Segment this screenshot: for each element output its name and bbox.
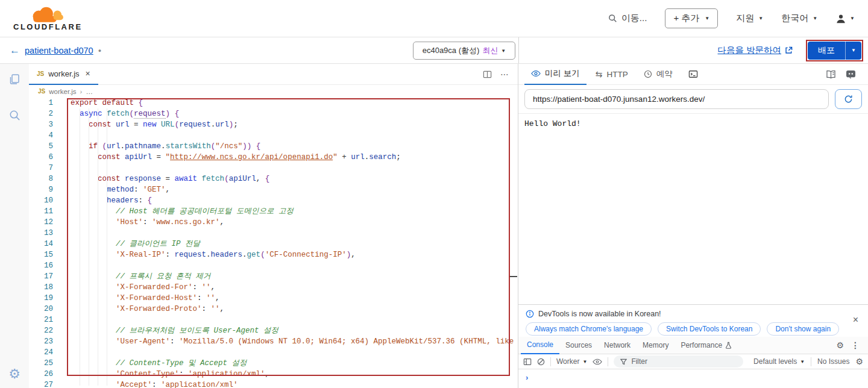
- support-menu[interactable]: 지원 ▼: [736, 13, 763, 24]
- clear-console-icon[interactable]: [537, 358, 545, 366]
- devtools-settings-icon[interactable]: ⚙: [836, 340, 844, 350]
- log-levels-selector[interactable]: Default levels ▼: [753, 357, 805, 366]
- line-number: 7: [29, 163, 63, 174]
- code-line[interactable]: 11 // Host 헤더를 공공데이터포털 도메인으로 고정: [29, 206, 518, 217]
- docs-book-icon[interactable]: [826, 70, 836, 79]
- close-icon[interactable]: ×: [853, 314, 858, 325]
- code-line[interactable]: 10 headers: {: [29, 195, 518, 206]
- tab-filename: worker.js: [48, 69, 79, 78]
- tab-preview[interactable]: 미리 보기: [524, 64, 587, 85]
- console-filter-input[interactable]: Filter: [614, 355, 743, 368]
- search-files-icon[interactable]: [8, 108, 22, 122]
- split-editor-icon[interactable]: [483, 70, 492, 79]
- code-line[interactable]: 1export default {: [29, 98, 518, 108]
- code-line[interactable]: 7: [29, 163, 518, 174]
- close-tab-icon[interactable]: ×: [86, 69, 90, 78]
- info-icon: [526, 310, 534, 318]
- code-line[interactable]: 14 // 클라이언트 IP 전달: [29, 239, 518, 249]
- tab-console[interactable]: Console: [521, 337, 559, 354]
- code-line[interactable]: 21: [29, 314, 518, 325]
- preview-url-row: [518, 85, 868, 114]
- back-arrow-icon[interactable]: ←: [10, 45, 20, 57]
- tab-network[interactable]: Network: [598, 337, 637, 354]
- line-text: [63, 163, 71, 174]
- add-button[interactable]: + 추가 ▼: [665, 8, 718, 28]
- line-number: 17: [29, 271, 63, 282]
- settings-gear-icon[interactable]: ⚙: [8, 366, 20, 382]
- code-line[interactable]: 2 async fetch(request) {: [29, 108, 518, 119]
- discord-chat-icon[interactable]: [846, 70, 856, 79]
- code-line[interactable]: 4: [29, 130, 518, 141]
- cloudflare-logo[interactable]: CLOUDFLARE: [13, 6, 83, 31]
- code-line[interactable]: 17 // 프록시 요청 흔적 제거: [29, 271, 518, 282]
- code-line[interactable]: 16: [29, 260, 518, 271]
- code-line[interactable]: 9 method: 'GET',: [29, 184, 518, 195]
- explorer-files-icon[interactable]: [7, 72, 22, 87]
- code-line[interactable]: 8 const response = await fetch(apiUrl, {: [29, 174, 518, 184]
- dont-show-again-button[interactable]: Don't show again: [767, 322, 839, 336]
- line-number: 12: [29, 217, 63, 228]
- code-line[interactable]: 15 'X-Real-IP': request.headers.get('CF-…: [29, 249, 518, 260]
- live-expression-eye-icon[interactable]: [593, 358, 602, 365]
- line-number: 16: [29, 260, 63, 271]
- annotation-deploy-highlight: 배포 ▼: [806, 40, 863, 61]
- toggle-sidebar-icon[interactable]: [523, 358, 532, 366]
- tab-performance-label: Performance: [681, 341, 722, 349]
- cloudflare-cloud-icon: [25, 6, 70, 24]
- code-line[interactable]: 27 'Accept': 'application/xml': [29, 380, 518, 388]
- context-selector[interactable]: Worker ▼: [556, 357, 587, 366]
- visit-link[interactable]: 다음을 방문하여: [718, 45, 793, 56]
- code-line[interactable]: 24: [29, 347, 518, 358]
- deploy-dropdown-caret[interactable]: ▼: [845, 42, 861, 60]
- code-line[interactable]: 6 const apiUrl = "http://www.ncs.go.kr/a…: [29, 152, 518, 163]
- editor-scrollbar-handle[interactable]: [509, 276, 517, 277]
- indent-guide: [107, 108, 107, 386]
- line-text: headers: {: [63, 195, 152, 206]
- code-line[interactable]: 5 if (url.pathname.startsWith("/ncs")) {: [29, 141, 518, 152]
- code-line[interactable]: 22 // 브라우저처럼 보이도록 User-Agent 설정: [29, 325, 518, 336]
- line-number: 10: [29, 195, 63, 206]
- tab-worker-js[interactable]: JS worker.js ×: [29, 64, 98, 85]
- switch-korean-button[interactable]: Switch DevTools to Korean: [658, 322, 761, 336]
- code-lines: 1export default {2 async fetch(request) …: [29, 98, 518, 388]
- line-number: 11: [29, 206, 63, 217]
- code-line[interactable]: 19 'X-Forwarded-Host': '',: [29, 293, 518, 304]
- version-latest-label: 최신: [482, 45, 498, 56]
- line-number: 3: [29, 119, 63, 130]
- project-name-link[interactable]: patient-boat-d070: [25, 46, 93, 55]
- match-language-button[interactable]: Always match Chrome's language: [526, 322, 652, 336]
- code-line[interactable]: 20 'X-Forwarded-Proto': '',: [29, 304, 518, 314]
- tab-sources[interactable]: Sources: [559, 337, 598, 354]
- global-search[interactable]: 이동...: [608, 13, 647, 24]
- version-dropdown[interactable]: ec40a9ca (활성) 최신 ▼: [413, 42, 515, 60]
- line-number: 21: [29, 314, 63, 325]
- code-line[interactable]: 18 'X-Forwarded-For': '',: [29, 282, 518, 293]
- breadcrumb[interactable]: JS worker.js › …: [29, 85, 518, 98]
- code-line[interactable]: 23 'User-Agent': 'Mozilla/5.0 (Windows N…: [29, 336, 518, 347]
- code-line[interactable]: 12 'Host': 'www.ncs.go.kr',: [29, 217, 518, 228]
- main-split: ⚙ JS worker.js × ⋯: [0, 64, 868, 388]
- line-text: [63, 260, 71, 271]
- account-menu[interactable]: ▼: [835, 13, 855, 24]
- clock-icon: [644, 70, 652, 78]
- refresh-button[interactable]: [835, 89, 862, 109]
- tab-http[interactable]: ⇆ HTTP: [589, 64, 635, 85]
- kebab-menu-icon[interactable]: ⋮: [851, 340, 860, 350]
- tab-performance[interactable]: Performance: [675, 337, 738, 354]
- preview-url-input[interactable]: [524, 89, 829, 109]
- tab-schedule[interactable]: 예약: [637, 64, 679, 85]
- more-actions-icon[interactable]: ⋯: [500, 69, 509, 79]
- code-editor[interactable]: 1export default {2 async fetch(request) …: [29, 98, 518, 388]
- code-line[interactable]: 3 const url = new URL(request.url);: [29, 119, 518, 130]
- tab-terminal[interactable]: [682, 64, 705, 85]
- console-prompt-row[interactable]: ›: [518, 369, 868, 386]
- language-menu[interactable]: 한국어 ▼: [781, 13, 817, 24]
- issues-counter[interactable]: No Issues: [817, 357, 849, 366]
- code-line[interactable]: 25 // Content-Type 및 Accept 설정: [29, 358, 518, 369]
- tab-memory[interactable]: Memory: [637, 337, 675, 354]
- deploy-button[interactable]: 배포 ▼: [808, 42, 861, 60]
- console-settings-icon[interactable]: ⚙: [855, 357, 863, 366]
- code-line[interactable]: 13: [29, 228, 518, 239]
- line-text: // 프록시 요청 흔적 제거: [63, 271, 211, 282]
- code-line[interactable]: 26 'Content-Type': 'application/xml',: [29, 369, 518, 380]
